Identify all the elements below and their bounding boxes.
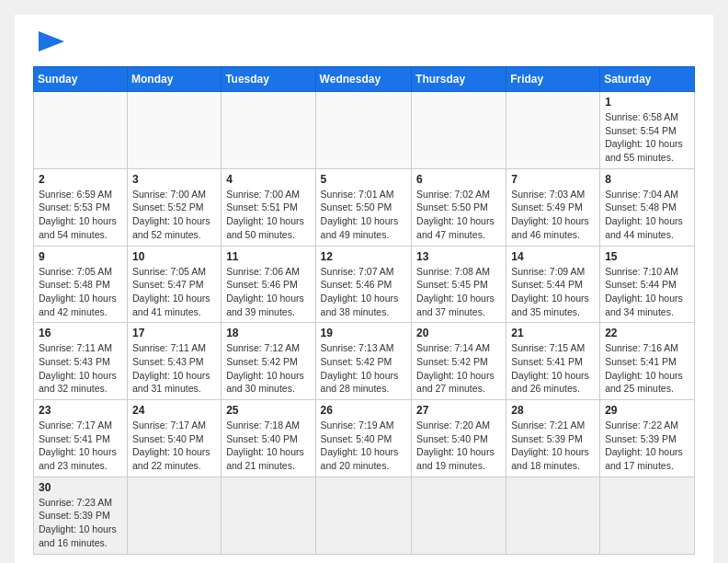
day-number: 22 <box>605 327 689 339</box>
day-info: Sunrise: 7:01 AM Sunset: 5:50 PM Dayligh… <box>321 188 406 242</box>
day-info: Sunrise: 7:08 AM Sunset: 5:45 PM Dayligh… <box>416 265 501 319</box>
day-info: Sunrise: 7:03 AM Sunset: 5:49 PM Dayligh… <box>511 188 595 242</box>
day-number: 19 <box>321 327 406 339</box>
day-cell <box>412 477 506 554</box>
week-row-1: 1Sunrise: 6:58 AM Sunset: 5:54 PM Daylig… <box>34 92 695 169</box>
day-info: Sunrise: 7:00 AM Sunset: 5:51 PM Dayligh… <box>226 188 310 242</box>
calendar-container: SundayMondayTuesdayWednesdayThursdayFrid… <box>15 15 713 563</box>
day-info: Sunrise: 7:06 AM Sunset: 5:46 PM Dayligh… <box>226 265 310 319</box>
day-cell <box>506 92 600 169</box>
day-number: 21 <box>511 327 595 339</box>
day-cell: 20Sunrise: 7:14 AM Sunset: 5:42 PM Dayli… <box>412 323 506 400</box>
calendar-table: SundayMondayTuesdayWednesdayThursdayFrid… <box>33 66 695 555</box>
day-number: 1 <box>605 96 689 109</box>
day-info: Sunrise: 7:17 AM Sunset: 5:41 PM Dayligh… <box>39 419 122 473</box>
day-info: Sunrise: 7:04 AM Sunset: 5:48 PM Dayligh… <box>605 188 689 242</box>
day-cell: 24Sunrise: 7:17 AM Sunset: 5:40 PM Dayli… <box>127 400 221 477</box>
day-number: 18 <box>226 327 310 339</box>
day-cell <box>34 92 128 169</box>
day-info: Sunrise: 7:12 AM Sunset: 5:42 PM Dayligh… <box>226 341 310 396</box>
day-cell: 8Sunrise: 7:04 AM Sunset: 5:48 PM Daylig… <box>600 168 695 246</box>
day-cell <box>222 477 315 554</box>
day-cell: 12Sunrise: 7:07 AM Sunset: 5:46 PM Dayli… <box>315 246 411 323</box>
day-number: 25 <box>226 404 310 417</box>
weekday-header-sunday: Sunday <box>34 67 128 92</box>
day-cell: 2Sunrise: 6:59 AM Sunset: 5:53 PM Daylig… <box>34 168 128 246</box>
day-cell <box>127 477 221 554</box>
day-info: Sunrise: 7:07 AM Sunset: 5:46 PM Dayligh… <box>321 265 406 319</box>
day-number: 2 <box>39 173 122 186</box>
day-info: Sunrise: 7:11 AM Sunset: 5:43 PM Dayligh… <box>39 341 122 396</box>
day-cell: 1Sunrise: 6:58 AM Sunset: 5:54 PM Daylig… <box>600 92 695 169</box>
week-row-5: 23Sunrise: 7:17 AM Sunset: 5:41 PM Dayli… <box>34 400 695 477</box>
weekday-header-saturday: Saturday <box>600 67 695 92</box>
day-info: Sunrise: 7:14 AM Sunset: 5:42 PM Dayligh… <box>416 341 501 396</box>
weekday-header-row: SundayMondayTuesdayWednesdayThursdayFrid… <box>34 67 695 92</box>
day-cell: 21Sunrise: 7:15 AM Sunset: 5:41 PM Dayli… <box>506 323 600 400</box>
day-cell: 6Sunrise: 7:02 AM Sunset: 5:50 PM Daylig… <box>412 168 506 246</box>
day-number: 4 <box>226 173 310 186</box>
day-info: Sunrise: 7:18 AM Sunset: 5:40 PM Dayligh… <box>226 419 310 473</box>
day-cell: 27Sunrise: 7:20 AM Sunset: 5:40 PM Dayli… <box>412 400 506 477</box>
day-number: 5 <box>321 173 406 186</box>
day-info: Sunrise: 7:09 AM Sunset: 5:44 PM Dayligh… <box>511 265 595 319</box>
day-cell: 29Sunrise: 7:22 AM Sunset: 5:39 PM Dayli… <box>600 400 695 477</box>
day-info: Sunrise: 6:58 AM Sunset: 5:54 PM Dayligh… <box>605 110 689 165</box>
logo <box>33 29 64 55</box>
day-number: 3 <box>132 173 216 186</box>
day-number: 23 <box>39 404 122 417</box>
day-cell: 18Sunrise: 7:12 AM Sunset: 5:42 PM Dayli… <box>222 323 315 400</box>
weekday-header-friday: Friday <box>506 67 600 92</box>
day-number: 14 <box>511 250 595 263</box>
day-cell: 23Sunrise: 7:17 AM Sunset: 5:41 PM Dayli… <box>34 400 128 477</box>
day-cell: 11Sunrise: 7:06 AM Sunset: 5:46 PM Dayli… <box>222 246 315 323</box>
day-cell: 7Sunrise: 7:03 AM Sunset: 5:49 PM Daylig… <box>506 168 600 246</box>
day-number: 17 <box>132 327 216 339</box>
day-cell <box>412 92 506 169</box>
day-info: Sunrise: 7:21 AM Sunset: 5:39 PM Dayligh… <box>511 419 595 473</box>
day-info: Sunrise: 7:05 AM Sunset: 5:48 PM Dayligh… <box>39 265 122 319</box>
day-number: 20 <box>416 327 501 339</box>
weekday-header-tuesday: Tuesday <box>222 67 315 92</box>
day-cell: 17Sunrise: 7:11 AM Sunset: 5:43 PM Dayli… <box>127 323 221 400</box>
day-number: 11 <box>226 250 310 263</box>
day-info: Sunrise: 7:17 AM Sunset: 5:40 PM Dayligh… <box>132 419 216 473</box>
day-number: 24 <box>132 404 216 417</box>
day-number: 8 <box>605 173 689 186</box>
svg-marker-0 <box>39 31 64 52</box>
day-number: 6 <box>416 173 501 186</box>
day-number: 26 <box>321 404 406 417</box>
day-cell: 4Sunrise: 7:00 AM Sunset: 5:51 PM Daylig… <box>222 168 315 246</box>
day-number: 28 <box>511 404 595 417</box>
weekday-header-wednesday: Wednesday <box>315 67 411 92</box>
day-number: 30 <box>39 481 122 494</box>
day-cell: 22Sunrise: 7:16 AM Sunset: 5:41 PM Dayli… <box>600 323 695 400</box>
week-row-6: 30Sunrise: 7:23 AM Sunset: 5:39 PM Dayli… <box>34 477 695 554</box>
day-cell: 13Sunrise: 7:08 AM Sunset: 5:45 PM Dayli… <box>412 246 506 323</box>
day-number: 12 <box>321 250 406 263</box>
day-info: Sunrise: 7:19 AM Sunset: 5:40 PM Dayligh… <box>321 419 406 473</box>
day-cell: 26Sunrise: 7:19 AM Sunset: 5:40 PM Dayli… <box>315 400 411 477</box>
day-cell: 14Sunrise: 7:09 AM Sunset: 5:44 PM Dayli… <box>506 246 600 323</box>
day-number: 29 <box>605 404 689 417</box>
day-info: Sunrise: 7:23 AM Sunset: 5:39 PM Dayligh… <box>39 496 122 550</box>
day-cell: 9Sunrise: 7:05 AM Sunset: 5:48 PM Daylig… <box>34 246 128 323</box>
day-cell: 3Sunrise: 7:00 AM Sunset: 5:52 PM Daylig… <box>127 168 221 246</box>
weekday-header-monday: Monday <box>127 67 221 92</box>
day-cell: 5Sunrise: 7:01 AM Sunset: 5:50 PM Daylig… <box>315 168 411 246</box>
day-cell <box>315 92 411 169</box>
day-cell: 16Sunrise: 7:11 AM Sunset: 5:43 PM Dayli… <box>34 323 128 400</box>
day-number: 13 <box>416 250 501 263</box>
weekday-header-thursday: Thursday <box>412 67 506 92</box>
day-cell: 30Sunrise: 7:23 AM Sunset: 5:39 PM Dayli… <box>34 477 128 554</box>
week-row-2: 2Sunrise: 6:59 AM Sunset: 5:53 PM Daylig… <box>34 168 695 246</box>
day-cell: 19Sunrise: 7:13 AM Sunset: 5:42 PM Dayli… <box>315 323 411 400</box>
day-info: Sunrise: 7:22 AM Sunset: 5:39 PM Dayligh… <box>605 419 689 473</box>
day-number: 16 <box>39 327 122 339</box>
day-cell <box>600 477 695 554</box>
day-info: Sunrise: 7:13 AM Sunset: 5:42 PM Dayligh… <box>321 341 406 396</box>
day-info: Sunrise: 7:16 AM Sunset: 5:41 PM Dayligh… <box>605 341 689 396</box>
day-number: 15 <box>605 250 689 263</box>
day-number: 7 <box>511 173 595 186</box>
day-number: 9 <box>39 250 122 263</box>
